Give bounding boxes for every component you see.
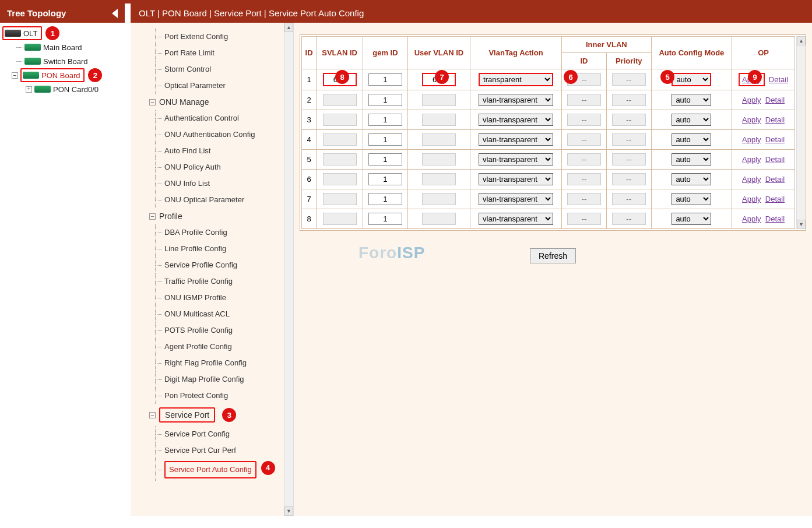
gem-input[interactable]	[368, 94, 402, 106]
mode-select[interactable]: auto	[672, 114, 711, 126]
uvlan-input[interactable]	[422, 153, 456, 166]
scroll-down-icon[interactable]: ▼	[284, 506, 293, 516]
nav-item[interactable]: DBA Profile Config	[135, 224, 291, 241]
gem-input[interactable]	[368, 193, 402, 205]
detail-link[interactable]: Detail	[765, 175, 785, 184]
gem-input[interactable]	[368, 173, 402, 185]
nav-item[interactable]: Service Port Config	[135, 426, 291, 442]
svlan-input[interactable]	[323, 94, 357, 106]
detail-link[interactable]: Detail	[769, 75, 788, 84]
nav-item[interactable]: Service Port Cur Perf	[135, 442, 291, 459]
nav-item[interactable]: Pon Protect Config	[135, 388, 291, 404]
vlantag-select[interactable]: vlan-transparent	[479, 153, 553, 166]
scrollbar[interactable]: ▲ ▼	[796, 36, 806, 229]
svlan-input[interactable]	[323, 114, 357, 126]
detail-link[interactable]: Detail	[765, 135, 785, 144]
uvlan-input[interactable]	[422, 213, 456, 225]
detail-link[interactable]: Detail	[765, 195, 785, 203]
nav-item[interactable]: Line Profile Config	[135, 241, 291, 257]
vlantag-select[interactable]: transparent	[479, 73, 553, 86]
uvlan-input[interactable]	[422, 94, 456, 106]
collapse-icon[interactable]: −	[149, 213, 156, 220]
collapse-icon[interactable]: −	[149, 99, 156, 105]
nav-item[interactable]: Optical Parameter	[135, 78, 291, 94]
gem-input[interactable]	[368, 73, 402, 86]
scroll-up-icon[interactable]: ▲	[284, 23, 293, 32]
nav-item[interactable]: ONU Optical Parameter	[135, 192, 291, 208]
uvlan-input[interactable]	[422, 133, 456, 146]
nav-item[interactable]: Port Rate Limit	[135, 45, 291, 61]
nav-item[interactable]: ONU Info List	[135, 175, 291, 192]
detail-link[interactable]: Detail	[765, 96, 785, 104]
detail-link[interactable]: Detail	[765, 214, 785, 223]
gem-input[interactable]	[368, 153, 402, 166]
nav-item[interactable]: ONU Multicast ACL	[135, 306, 291, 322]
callout-4: 4	[261, 461, 275, 475]
svlan-input[interactable]	[323, 173, 357, 185]
nav-item[interactable]: Traffic Profile Config	[135, 273, 291, 290]
cell-id: 5	[302, 150, 317, 170]
vlantag-select[interactable]: vlan-transparent	[479, 94, 553, 106]
mode-select[interactable]: auto	[672, 73, 711, 86]
uvlan-input[interactable]	[422, 173, 456, 185]
nav-item-sp-auto-config[interactable]: Service Port Auto Config 4	[135, 459, 291, 481]
nav-item[interactable]: POTS Profile Config	[135, 322, 291, 339]
vlantag-select[interactable]: vlan-transparent	[479, 114, 553, 126]
apply-link[interactable]: Apply	[742, 135, 761, 144]
mode-select[interactable]: auto	[672, 193, 711, 205]
nav-item[interactable]: Digit Map Profile Config	[135, 371, 291, 388]
detail-link[interactable]: Detail	[765, 155, 785, 164]
refresh-button[interactable]: Refresh	[530, 248, 576, 263]
nav-group-service-port[interactable]: − Service Port 3	[135, 404, 291, 426]
collapse-icon[interactable]: −	[149, 412, 156, 418]
svlan-input[interactable]	[323, 153, 357, 166]
vlantag-select[interactable]: vlan-transparent	[479, 173, 553, 185]
vlantag-select[interactable]: vlan-transparent	[479, 213, 553, 225]
gem-input[interactable]	[368, 114, 402, 126]
gem-input[interactable]	[368, 213, 402, 225]
mode-select[interactable]: auto	[672, 153, 711, 166]
tree-node-main-board[interactable]: Main Board	[2, 40, 122, 54]
nav-group-onu-manage[interactable]: − ONU Manage	[135, 94, 291, 110]
apply-link[interactable]: Apply	[742, 195, 761, 203]
expand-icon[interactable]: +	[26, 86, 32, 93]
gem-input[interactable]	[368, 133, 402, 146]
mode-select[interactable]: auto	[672, 133, 711, 146]
scroll-down-icon[interactable]: ▼	[797, 220, 806, 229]
uvlan-input[interactable]	[422, 114, 456, 126]
apply-link[interactable]: Apply	[742, 155, 761, 164]
svlan-input[interactable]	[323, 193, 357, 205]
nav-item[interactable]: Agent Profile Config	[135, 339, 291, 355]
tree-node-olt[interactable]: OLT	[2, 26, 42, 40]
apply-link[interactable]: Apply	[742, 115, 761, 124]
tree-node-pon-board[interactable]: PON Board	[20, 68, 85, 82]
nav-item[interactable]: Storm Control	[135, 61, 291, 78]
mode-select[interactable]: auto	[672, 94, 711, 106]
apply-link[interactable]: Apply	[742, 175, 761, 184]
mode-select[interactable]: auto	[672, 173, 711, 185]
nav-item[interactable]: Right Flag Profile Config	[135, 355, 291, 371]
expand-icon[interactable]: −	[12, 72, 18, 79]
svlan-input[interactable]	[323, 213, 357, 225]
vlantag-select[interactable]: vlan-transparent	[479, 193, 553, 205]
tree-node-pon-card[interactable]: + PON Card0/0	[2, 82, 122, 96]
nav-item[interactable]: Port Extend Config	[135, 29, 291, 45]
nav-item[interactable]: ONU Authentication Config	[135, 126, 291, 143]
nav-item[interactable]: ONU Policy Auth	[135, 159, 291, 175]
nav-item[interactable]: Auto Find List	[135, 143, 291, 159]
collapse-icon[interactable]	[112, 9, 118, 18]
svlan-input[interactable]	[323, 133, 357, 146]
nav-item[interactable]: Authentication Control	[135, 110, 291, 126]
nav-item[interactable]: Service Profile Config	[135, 257, 291, 273]
nav-item[interactable]: ONU IGMP Profile	[135, 290, 291, 306]
nav-group-profile[interactable]: − Profile	[135, 208, 291, 224]
uvlan-input[interactable]	[422, 193, 456, 205]
apply-link[interactable]: Apply	[742, 96, 761, 104]
scrollbar[interactable]: ▲ ▼	[284, 23, 293, 516]
detail-link[interactable]: Detail	[765, 115, 785, 124]
scroll-up-icon[interactable]: ▲	[797, 36, 806, 45]
vlantag-select[interactable]: vlan-transparent	[479, 133, 553, 146]
tree-node-switch-board[interactable]: Switch Board	[2, 54, 122, 68]
mode-select[interactable]: auto	[672, 213, 711, 225]
apply-link[interactable]: Apply	[742, 214, 761, 223]
